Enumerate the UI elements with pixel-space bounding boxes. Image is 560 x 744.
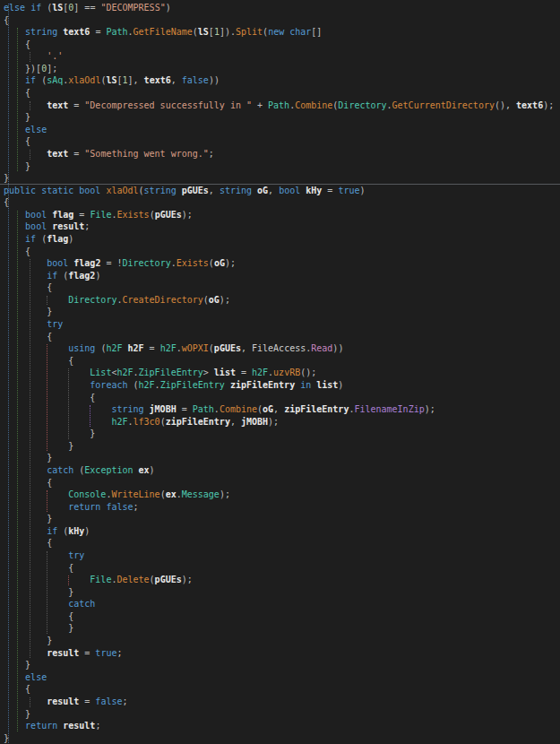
code-line[interactable]: } (4, 160, 560, 173)
token-punctuation: = (68, 149, 84, 159)
code-line[interactable]: { (4, 14, 560, 27)
code-line[interactable]: bool result; (4, 221, 560, 233)
code-line[interactable]: } (4, 635, 560, 647)
code-line[interactable]: { (4, 610, 560, 623)
token-type: Directory (68, 295, 116, 305)
token-local-or-parameter: lS (52, 3, 63, 13)
token-punctuation: ); (220, 295, 230, 305)
code-line[interactable]: text = "Decompressed successfully in " +… (4, 99, 560, 112)
code-line[interactable]: File.Delete(pGUEs); (4, 574, 560, 586)
token-punctuation (4, 417, 111, 427)
code-line[interactable]: List<h2F.ZipFileEntry> list = h2F.uzvRB(… (4, 367, 560, 379)
token-punctuation (4, 319, 47, 329)
code-line[interactable]: })[0]; (4, 63, 560, 75)
token-local-or-parameter: text (47, 149, 68, 159)
code-line[interactable]: return false; (4, 501, 560, 514)
code-line[interactable]: } (4, 732, 560, 744)
code-line[interactable]: } (4, 440, 560, 453)
token-local-or-parameter: jMOBH (150, 404, 177, 414)
code-line[interactable]: return result; (4, 720, 560, 732)
code-line[interactable]: bool flag = File.Exists(pGUEs); (4, 209, 560, 221)
code-line[interactable]: { (4, 683, 560, 696)
token-punctuation: ) (360, 186, 366, 195)
token-type: ZipFileEntry (160, 380, 225, 390)
code-line[interactable]: } (4, 428, 560, 440)
token-punctuation: })[ (4, 64, 41, 74)
code-line[interactable]: string text6 = Path.GetFileName(lS[1]).S… (4, 26, 560, 39)
code-line[interactable]: { (4, 87, 560, 99)
code-line[interactable]: { (4, 196, 560, 209)
token-type: h2F (160, 343, 177, 353)
token-keyword: catch (47, 465, 73, 475)
code-line[interactable]: { (4, 281, 560, 294)
code-line[interactable]: } (4, 622, 560, 635)
code-line[interactable]: else (4, 671, 560, 684)
token-punctuation: } (4, 636, 52, 645)
code-line[interactable]: try (4, 549, 560, 562)
code-editor[interactable]: else if (lS[0] == "DECOMPRESS"){ string … (0, 0, 560, 744)
token-punctuation (4, 295, 68, 305)
token-local-or-parameter: flag (52, 210, 73, 220)
token-type: File (90, 210, 111, 220)
code-line[interactable]: if (flag) (4, 233, 560, 246)
code-line[interactable]: '.' (4, 50, 560, 63)
token-method: GetFileName (134, 27, 193, 37)
code-line[interactable]: bool flag2 = !Directory.Exists(oG); (4, 257, 560, 270)
token-punctuation: (); (300, 368, 316, 377)
code-line[interactable]: try (4, 318, 560, 331)
token-string-literal: '.' (47, 51, 63, 61)
token-keyword: false (95, 696, 122, 706)
token-punctuation (4, 404, 111, 414)
code-line[interactable]: } (4, 452, 560, 464)
code-line[interactable]: else if (lS[0] == "DECOMPRESS") (4, 2, 560, 14)
code-line[interactable]: { (4, 135, 560, 148)
token-punctuation (4, 502, 68, 512)
code-line[interactable]: { (4, 39, 560, 51)
code-line[interactable]: } (4, 172, 560, 185)
token-punctuation: )) (209, 75, 220, 85)
code-line[interactable]: } (4, 111, 560, 124)
code-line[interactable]: { (4, 331, 560, 343)
code-line[interactable]: Directory.CreateDirectory(oG); (4, 294, 560, 307)
token-property: Message (182, 489, 220, 499)
code-line[interactable]: h2F.lf3c0(zipFileEntry, jMOBH); (4, 416, 560, 428)
code-line[interactable]: catch (Exception ex) (4, 464, 560, 477)
token-punctuation: } (4, 173, 9, 183)
token-type: Path (193, 404, 214, 414)
token-punctuation: ( (95, 343, 106, 353)
code-line[interactable]: else (4, 124, 560, 136)
token-keyword: static (41, 186, 73, 195)
code-line[interactable]: { (4, 246, 560, 258)
token-punctuation: (), (495, 100, 516, 110)
token-punctuation (4, 75, 25, 85)
code-line[interactable]: catch (4, 598, 560, 610)
code-line[interactable]: } (4, 306, 560, 318)
code-line[interactable]: { (4, 392, 560, 404)
token-punctuation: } (4, 441, 73, 451)
token-punctuation: = (79, 696, 95, 706)
code-line[interactable]: result = true; (4, 647, 560, 660)
code-line[interactable]: } (4, 659, 560, 671)
code-line[interactable]: text = "Something went wrong."; (4, 148, 560, 160)
code-line[interactable]: { (4, 562, 560, 575)
code-line[interactable]: } (4, 513, 560, 525)
code-line[interactable]: { (4, 477, 560, 489)
code-line[interactable]: public static bool xlaOdl(string pGUEs, … (4, 185, 560, 197)
code-line[interactable]: } (4, 708, 560, 721)
code-line[interactable]: foreach (h2F.ZipFileEntry zipFileEntry i… (4, 379, 560, 392)
code-line[interactable]: Console.WriteLine(ex.Message); (4, 489, 560, 501)
code-line[interactable]: { (4, 537, 560, 549)
code-line[interactable]: result = false; (4, 696, 560, 708)
token-punctuation: } (4, 587, 73, 597)
token-keyword: false (182, 75, 209, 85)
code-line[interactable]: if (flag2) (4, 270, 560, 282)
code-line[interactable]: using (h2F h2F = h2F.wOPXI(pGUEs, FileAc… (4, 342, 560, 355)
code-line[interactable]: if (kHy) (4, 525, 560, 538)
token-punctuation: ); (268, 417, 279, 427)
code-line[interactable]: { (4, 355, 560, 368)
code-line[interactable]: if (sAq.xlaOdl(lS[1], text6, false)) (4, 74, 560, 87)
code-line[interactable]: string jMOBH = Path.Combine(oG, zipFileE… (4, 403, 560, 416)
token-local-or-parameter: kHy (68, 526, 84, 536)
code-line[interactable]: } (4, 586, 560, 599)
token-punctuation (4, 149, 47, 159)
